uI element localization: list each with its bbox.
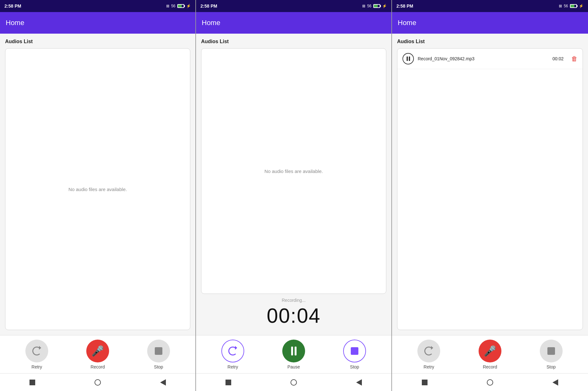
- status-time: 2:58 PM: [200, 3, 217, 9]
- delete-button[interactable]: 🗑: [571, 55, 578, 63]
- battery-percent: 56: [564, 4, 568, 8]
- mic-icon: 🎤: [484, 345, 496, 357]
- phone-panel-1: 2:58 PM ⊠ 56 ⚡ HomeAudios ListNo audio f…: [0, 0, 196, 391]
- audio-list-box: Record_01Nov_092842.mp3 00:02 🗑: [397, 48, 583, 330]
- phone-panel-2: 2:58 PM ⊠ 56 ⚡ HomeAudios ListNo audio f…: [196, 0, 392, 391]
- control-record-1[interactable]: 🎤Record: [86, 340, 109, 369]
- charging-icon: ⚡: [579, 4, 584, 8]
- battery-percent: 56: [367, 4, 371, 8]
- control-label-retry-1: Retry: [31, 364, 42, 369]
- status-time: 2:58 PM: [396, 3, 413, 9]
- audio-filename: Record_01Nov_092842.mp3: [418, 56, 549, 61]
- signal-icon: ⊠: [362, 4, 365, 8]
- stop-icon: [547, 347, 555, 355]
- nav-circle-icon[interactable]: [95, 379, 101, 386]
- pause-bars-icon: [407, 56, 410, 61]
- control-label-stop-3: Stop: [546, 364, 556, 369]
- control-label-retry-3: Retry: [424, 364, 434, 369]
- retry-icon: [424, 347, 433, 355]
- bottom-controls: Retry🎤RecordStop: [392, 335, 588, 373]
- control-circle-retry-3[interactable]: [417, 340, 440, 362]
- nav-bar: [196, 373, 391, 391]
- signal-icon: ⊠: [166, 4, 169, 8]
- nav-circle-icon[interactable]: [487, 379, 493, 386]
- control-circle-retry-2[interactable]: [221, 340, 244, 362]
- control-stop-1[interactable]: Stop: [147, 340, 170, 369]
- bottom-controls: Retry PauseStop: [196, 335, 391, 373]
- control-label-stop-2: Stop: [350, 364, 359, 369]
- battery-percent: 56: [171, 4, 175, 8]
- control-stop-2[interactable]: Stop: [343, 340, 366, 369]
- nav-square-icon[interactable]: [225, 380, 231, 385]
- app-bar: Home: [0, 12, 195, 34]
- empty-message: No audio files are available.: [201, 49, 386, 294]
- status-time: 2:58 PM: [4, 3, 21, 9]
- status-right: ⊠ 56 ⚡: [166, 4, 191, 8]
- section-title: Audios List: [201, 39, 386, 44]
- nav-bar: [0, 373, 195, 391]
- retry-icon: [32, 347, 41, 355]
- section-title: Audios List: [397, 39, 583, 44]
- audio-pause-button[interactable]: [402, 53, 414, 64]
- empty-message: No audio files are available.: [5, 49, 190, 330]
- control-label-record-3: Record: [483, 364, 497, 369]
- app-bar: Home: [392, 12, 588, 34]
- control-retry-2[interactable]: Retry: [221, 340, 244, 369]
- content-area: Audios ListNo audio files are available.…: [196, 34, 391, 335]
- nav-circle-icon[interactable]: [291, 379, 297, 386]
- status-bar: 2:58 PM ⊠ 56 ⚡: [196, 0, 391, 12]
- control-circle-stop-1[interactable]: [147, 340, 170, 362]
- control-retry-3[interactable]: Retry: [417, 340, 440, 369]
- control-record-3[interactable]: 🎤Record: [479, 340, 501, 369]
- stop-icon: [155, 347, 162, 355]
- nav-back-icon[interactable]: [552, 379, 558, 386]
- signal-icon: ⊠: [559, 4, 562, 8]
- audio-list-box: No audio files are available.: [5, 48, 190, 330]
- bottom-controls: Retry🎤RecordStop: [0, 335, 195, 373]
- control-label-stop-1: Stop: [154, 364, 163, 369]
- control-label-pause-2: Pause: [287, 364, 300, 369]
- content-area: Audios List Record_01Nov_092842.mp3 00:0…: [392, 34, 588, 335]
- app-title: Home: [6, 19, 24, 27]
- control-circle-record-3[interactable]: 🎤: [479, 340, 501, 362]
- control-circle-retry-1[interactable]: [25, 340, 48, 362]
- recording-timer: 00:04: [201, 304, 386, 330]
- app-bar: Home: [196, 12, 391, 34]
- status-bar: 2:58 PM ⊠ 56 ⚡: [0, 0, 195, 12]
- control-stop-3[interactable]: Stop: [540, 340, 563, 369]
- status-right: ⊠ 56 ⚡: [559, 4, 584, 8]
- audio-list-item: Record_01Nov_092842.mp3 00:02 🗑: [397, 49, 583, 69]
- nav-back-icon[interactable]: [160, 379, 166, 386]
- recording-status: Recording...: [201, 294, 386, 304]
- section-title: Audios List: [5, 39, 190, 44]
- nav-square-icon[interactable]: [422, 380, 428, 385]
- charging-icon: ⚡: [186, 4, 191, 8]
- control-circle-stop-3[interactable]: [540, 340, 563, 362]
- nav-bar: [392, 373, 588, 391]
- phone-panel-3: 2:58 PM ⊠ 56 ⚡ HomeAudios List Record_01…: [392, 0, 588, 391]
- app-title: Home: [202, 19, 220, 27]
- nav-back-icon[interactable]: [356, 379, 362, 386]
- control-label-retry-2: Retry: [227, 364, 238, 369]
- app-title: Home: [398, 19, 416, 27]
- nav-square-icon[interactable]: [29, 380, 35, 385]
- control-circle-pause-2[interactable]: [282, 340, 305, 362]
- pause-icon: [291, 347, 297, 355]
- control-circle-record-1[interactable]: 🎤: [86, 340, 109, 362]
- control-pause-2[interactable]: Pause: [282, 340, 305, 369]
- charging-icon: ⚡: [382, 4, 387, 8]
- status-right: ⊠ 56 ⚡: [362, 4, 387, 8]
- control-label-record-1: Record: [90, 364, 105, 369]
- audio-list-box: No audio files are available.: [201, 48, 386, 294]
- content-area: Audios ListNo audio files are available.: [0, 34, 195, 335]
- retry-purple-icon: [228, 347, 237, 355]
- mic-icon: 🎤: [91, 345, 104, 357]
- audio-duration: 00:02: [552, 56, 564, 61]
- status-bar: 2:58 PM ⊠ 56 ⚡: [392, 0, 588, 12]
- control-circle-stop-2[interactable]: [343, 340, 366, 362]
- stop-purple-icon: [351, 347, 358, 355]
- control-retry-1[interactable]: Retry: [25, 340, 48, 369]
